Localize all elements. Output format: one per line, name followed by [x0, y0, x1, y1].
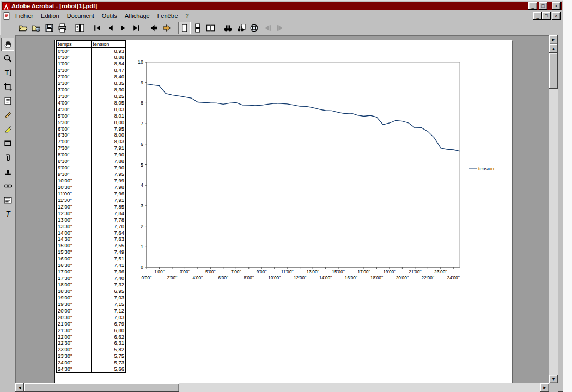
vertical-scroll-thumb[interactable] [549, 53, 558, 89]
pencil-tool[interactable] [1, 108, 14, 121]
first-icon [93, 23, 102, 33]
x-axis-label: 19'00'' [383, 269, 396, 274]
acrobat-window: Adobe Acrobat - [robot[1].pdf] _ □ × Fic… [0, 0, 563, 392]
printer-icon [58, 23, 67, 33]
temps-cell: 13'00'' [57, 216, 92, 223]
highlight-tool[interactable] [1, 122, 14, 136]
layout-single-button[interactable] [178, 22, 191, 34]
tension-cell: 8,03 [92, 138, 126, 145]
minimize-button[interactable]: _ [528, 2, 537, 10]
touchup-text-tool[interactable]: T [1, 207, 14, 220]
table-row: 3'00''8,30 [57, 87, 126, 93]
tension-cell: 7,15 [92, 301, 126, 308]
table-row: 17'00''7,36 [57, 268, 126, 275]
menu-outils[interactable]: Outils [98, 11, 121, 20]
first-page-button[interactable] [91, 22, 104, 34]
tension-cell: 6,95 [92, 288, 126, 295]
x-axis-label: 5'00'' [205, 269, 216, 274]
zoom-tool[interactable] [1, 52, 14, 65]
prev-view-button[interactable] [148, 22, 160, 34]
table-row: 8'30''7,88 [57, 158, 126, 164]
layout-facing-button[interactable] [204, 22, 217, 34]
text-select-tool[interactable]: T [1, 66, 14, 79]
scroll-down-button[interactable]: ▼ [549, 375, 558, 383]
tension-cell: 8,01 [92, 112, 126, 119]
table-row: 18'00''7,32 [57, 281, 126, 288]
menu-fenetre[interactable]: Fenêtre [154, 11, 182, 20]
scroll-right-button[interactable]: ▶ [540, 383, 549, 392]
table-row: 10'00''7,99 [57, 177, 126, 184]
tension-cell: 7,95 [92, 171, 126, 177]
temps-cell: 1'30'' [57, 67, 92, 74]
globe-icon [250, 23, 259, 33]
page-continuous-icon [193, 23, 202, 33]
attach-tool[interactable] [1, 151, 14, 164]
temps-cell: 11'30'' [57, 197, 92, 204]
open-web-button[interactable] [30, 22, 42, 34]
next-highlight-button [274, 22, 287, 34]
square-tool[interactable] [1, 137, 14, 150]
prev-icon [106, 23, 115, 33]
prev-page-button[interactable] [104, 22, 117, 34]
table-row: 22'30''6,31 [57, 340, 126, 346]
menu-document[interactable]: Document [63, 11, 98, 20]
legend-label: tension [478, 166, 494, 171]
temps-header: temps [57, 41, 92, 48]
maximize-button[interactable]: □ [539, 2, 547, 10]
table-row: 23'30''5,75 [57, 353, 126, 359]
table-row: 16'00''7,51 [57, 255, 126, 262]
acrobat-logo-icon [3, 3, 10, 10]
form-tool[interactable] [1, 193, 14, 206]
search-button[interactable] [235, 22, 247, 34]
x-axis-label: 16'00'' [345, 275, 358, 280]
crop-tool[interactable] [1, 80, 14, 93]
close-button[interactable]: × [552, 2, 561, 10]
mdi-restore-button[interactable]: □ [542, 12, 551, 20]
note-tool[interactable] [1, 94, 14, 107]
toolbar-separator [217, 22, 221, 34]
find-button[interactable] [222, 22, 234, 34]
menu-aide[interactable]: ? [182, 11, 193, 20]
horizontal-scrollbar[interactable]: ◀ ▶ [15, 383, 549, 392]
x-axis-label: 23'00'' [434, 269, 447, 274]
tension-cell: 5,75 [92, 353, 126, 359]
save-button[interactable] [43, 22, 56, 34]
tension-cell: 8,05 [92, 100, 126, 106]
table-row: 7'00''8,03 [57, 138, 126, 145]
temps-cell: 3'00'' [57, 87, 92, 93]
stamp-tool[interactable] [1, 165, 14, 178]
table-row: 12'30''7,84 [57, 210, 126, 217]
navpane-toggle-button[interactable] [74, 22, 86, 34]
menu-edition[interactable]: Edition [37, 11, 63, 20]
horizontal-scroll-thumb[interactable] [24, 383, 179, 392]
last-page-button[interactable] [130, 22, 143, 34]
table-row: 21'30''6,80 [57, 327, 126, 333]
temps-cell: 8'00'' [57, 151, 92, 158]
pane-arrow-button[interactable]: ▶ [549, 35, 558, 44]
temps-cell: 6'30'' [57, 132, 92, 138]
table-row: 1'00''8,84 [57, 60, 126, 67]
next-page-button[interactable] [117, 22, 130, 34]
x-axis-label: 12'00'' [294, 275, 307, 280]
temps-cell: 23'30'' [57, 353, 92, 359]
mdi-close-button[interactable]: × [552, 12, 561, 20]
next-view-button[interactable] [161, 22, 173, 34]
menu-affichage[interactable]: Affichage [121, 11, 154, 20]
vertical-scrollbar[interactable]: ▶ ▲ ▼ [549, 35, 558, 383]
temps-cell: 3'30'' [57, 93, 92, 100]
layout-continuous-button[interactable] [191, 22, 204, 34]
open-button[interactable] [17, 22, 29, 34]
hand-tool[interactable] [1, 38, 14, 51]
tension-cell: 6,31 [92, 340, 126, 346]
table-row: 3'30''8,25 [57, 93, 126, 100]
print-button[interactable] [56, 22, 69, 34]
search-web-button[interactable] [248, 22, 260, 34]
table-row: 10'30''7,98 [57, 184, 126, 191]
temps-cell: 6'00'' [57, 125, 92, 132]
menu-fichier[interactable]: Fichier [11, 11, 37, 20]
link-tool[interactable] [1, 179, 14, 192]
scroll-left-button[interactable]: ◀ [15, 383, 24, 392]
mdi-minimize-button[interactable]: _ [533, 12, 542, 20]
scroll-up-button[interactable]: ▲ [549, 44, 558, 53]
tension-cell: 7,88 [92, 158, 126, 164]
